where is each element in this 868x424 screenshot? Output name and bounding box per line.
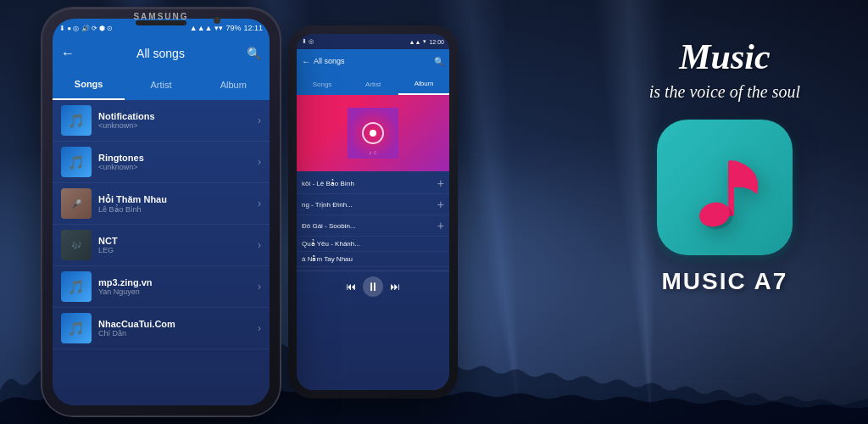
song-info: Ringtones <unknown> bbox=[98, 153, 258, 171]
song-artist: Chí Dân bbox=[98, 329, 258, 338]
song-thumbnail: 🎤 bbox=[61, 188, 92, 219]
header-title: All songs bbox=[81, 47, 240, 60]
s2-title: All songs bbox=[314, 57, 431, 65]
svg-rect-5 bbox=[728, 160, 734, 216]
s2-artist-name: ng - Trịnh Đình... bbox=[302, 201, 353, 209]
status-icons: ⬇ ● ◎ 🔊 ⟳ ⬢ ⊙ bbox=[59, 25, 113, 32]
list-item[interactable]: 🎵 mp3.zing.vn Yan Nguyen › bbox=[53, 266, 270, 308]
status-left: ⬇ ● ◎ 🔊 ⟳ ⬢ ⊙ bbox=[59, 25, 113, 32]
list-item[interactable]: Quả Yêu - Khánh... bbox=[297, 237, 449, 252]
second-phone-screen: ⬇ ◎ ▲▲ ▾ 12:00 ← All songs 🔍 Songs Artis… bbox=[297, 34, 449, 390]
main-phone: SAMSUNG ⬇ ● ◎ 🔊 ⟳ ⬢ ⊙ ▲▲▲ ▾▾ 79% 12:11 ←… bbox=[42, 8, 280, 416]
s2-artist-name: à Nằm Tay Nhau bbox=[302, 255, 353, 263]
list-item[interactable]: 🎵 Notifications <unknown> › bbox=[53, 100, 270, 142]
album-cover: ♪ ♫ bbox=[297, 95, 449, 171]
song-artist: Lê Bảo Bình bbox=[98, 205, 258, 214]
phone-camera bbox=[214, 17, 220, 24]
search-button[interactable]: 🔍 bbox=[247, 47, 261, 60]
song-thumbnail: 🎵 bbox=[61, 147, 92, 177]
list-item[interactable]: ng - Trịnh Đình... + bbox=[297, 194, 449, 215]
list-item[interactable]: 🎵 NhacCuaTui.Com Chí Dân › bbox=[53, 308, 270, 349]
app-icon[interactable] bbox=[657, 120, 793, 255]
song-info: NhacCuaTui.Com Chí Dân bbox=[98, 319, 258, 338]
list-item[interactable]: 🎤 Hỏi Thăm Nhau Lê Bảo Bình › bbox=[53, 183, 270, 225]
s2-header: ← All songs 🔍 bbox=[297, 49, 449, 73]
s2-tab-artist[interactable]: Artist bbox=[348, 73, 398, 95]
list-item[interactable]: Đô Gái - Soobin... + bbox=[297, 215, 449, 237]
list-item[interactable]: à Nằm Tay Nhau bbox=[297, 252, 449, 267]
tabs-bar: Songs Artist Album bbox=[53, 70, 270, 100]
s2-artist-name: Đô Gái - Soobin... bbox=[302, 222, 356, 230]
s2-status-icons: ⬇ ◎ bbox=[302, 38, 314, 45]
song-artist: LEG bbox=[98, 246, 258, 254]
tagline: Music is the voice of the soul bbox=[649, 34, 800, 103]
song-artist: Yan Nguyen bbox=[98, 287, 258, 296]
tab-album[interactable]: Album bbox=[198, 70, 270, 100]
tab-songs[interactable]: Songs bbox=[53, 70, 125, 100]
app-header: ← All songs 🔍 bbox=[53, 37, 270, 70]
chevron-right-icon: › bbox=[258, 156, 261, 168]
song-artist: <unknown> bbox=[98, 121, 258, 130]
wifi-icon: ▾▾ bbox=[214, 24, 223, 32]
phone-notch bbox=[136, 20, 186, 25]
chevron-right-icon: › bbox=[258, 239, 261, 251]
list-item[interactable]: kôi - Lê Bảo Bình + bbox=[297, 173, 449, 194]
status-right: ▲▲▲ ▾▾ 79% 12:11 bbox=[190, 24, 263, 32]
app-name: MUSIC A7 bbox=[649, 268, 800, 295]
s2-content: ♪ ♫ kôi - Lê Bảo Bình + ng - Trịnh Đình.… bbox=[297, 95, 449, 390]
song-info: Notifications <unknown> bbox=[98, 111, 258, 130]
signal-icon: ▲▲▲ bbox=[190, 24, 213, 32]
svg-point-2 bbox=[370, 130, 376, 137]
song-list: 🎵 Notifications <unknown> › 🎵 Ringtones … bbox=[53, 100, 270, 405]
svg-text:♪ ♫: ♪ ♫ bbox=[369, 150, 376, 155]
song-thumbnail: 🎵 bbox=[61, 105, 92, 136]
play-icon[interactable]: ⏸ bbox=[363, 276, 383, 297]
song-thumbnail: 🎵 bbox=[61, 313, 92, 343]
tagline-music: Music bbox=[649, 34, 800, 81]
song-thumbnail: 🎵 bbox=[61, 271, 92, 302]
song-title: mp3.zing.vn bbox=[98, 277, 258, 287]
s2-artist-name: kôi - Lê Bảo Bình bbox=[302, 180, 354, 187]
add-icon[interactable]: + bbox=[437, 198, 444, 211]
s2-tab-songs[interactable]: Songs bbox=[297, 73, 348, 95]
song-title: Hỏi Thăm Nhau bbox=[98, 194, 258, 205]
song-title: NhacCuaTui.Com bbox=[98, 319, 258, 329]
add-icon[interactable]: + bbox=[437, 176, 444, 190]
s2-search-icon[interactable]: 🔍 bbox=[434, 57, 444, 66]
tab-artist[interactable]: Artist bbox=[125, 70, 197, 100]
song-title: NCT bbox=[98, 236, 258, 246]
branding-section: Music is the voice of the soul MUSIC A7 bbox=[649, 34, 800, 295]
main-phone-screen: ⬇ ● ◎ 🔊 ⟳ ⬢ ⊙ ▲▲▲ ▾▾ 79% 12:11 ← All son… bbox=[53, 19, 270, 405]
list-item[interactable]: 🎶 NCT LEG › bbox=[53, 225, 270, 266]
song-title: Ringtones bbox=[98, 153, 258, 163]
song-artist: <unknown> bbox=[98, 163, 258, 171]
music-note-icon bbox=[678, 141, 771, 234]
back-button[interactable]: ← bbox=[61, 46, 75, 61]
s2-tab-album[interactable]: Album bbox=[398, 73, 449, 95]
chevron-right-icon: › bbox=[258, 322, 261, 334]
add-icon[interactable]: + bbox=[437, 219, 444, 232]
list-item[interactable]: 🎵 Ringtones <unknown> › bbox=[53, 142, 270, 183]
s2-signal: ▲▲ bbox=[409, 39, 421, 45]
s2-artist-name: Quả Yêu - Khánh... bbox=[302, 240, 360, 248]
prev-icon[interactable]: ⏮ bbox=[346, 281, 356, 293]
s2-back-icon[interactable]: ← bbox=[302, 57, 310, 66]
song-thumbnail: 🎶 bbox=[61, 230, 92, 260]
chevron-right-icon: › bbox=[258, 114, 261, 126]
battery-level: 79% bbox=[225, 24, 241, 32]
s2-wifi: ▾ bbox=[423, 38, 426, 45]
chevron-right-icon: › bbox=[258, 281, 261, 293]
s2-time: 12:00 bbox=[429, 39, 444, 45]
album-cover-image: ♪ ♫ bbox=[297, 95, 449, 171]
song-info: NCT LEG bbox=[98, 236, 258, 254]
chevron-right-icon: › bbox=[258, 198, 261, 209]
s2-song-list: kôi - Lê Bảo Bình + ng - Trịnh Đình... +… bbox=[297, 171, 449, 304]
second-phone: ⬇ ◎ ▲▲ ▾ 12:00 ← All songs 🔍 Songs Artis… bbox=[288, 25, 458, 399]
next-icon[interactable]: ⏭ bbox=[390, 281, 400, 293]
tagline-sub: is the voice of the soul bbox=[649, 81, 800, 103]
s2-status-bar: ⬇ ◎ ▲▲ ▾ 12:00 bbox=[297, 34, 449, 49]
s2-tabs: Songs Artist Album bbox=[297, 73, 449, 95]
song-title: Notifications bbox=[98, 111, 258, 121]
time-display: 12:11 bbox=[243, 24, 263, 32]
song-info: Hỏi Thăm Nhau Lê Bảo Bình bbox=[98, 194, 258, 214]
